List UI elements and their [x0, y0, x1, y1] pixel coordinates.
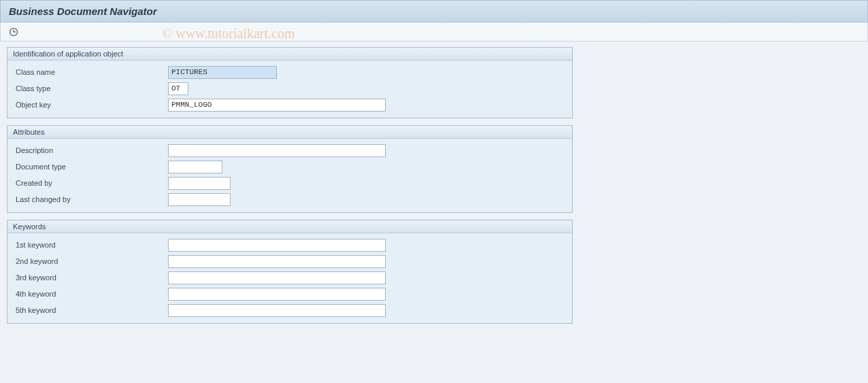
label-class-type: Class type: [13, 84, 168, 93]
label-kw1: 1st keyword: [13, 241, 168, 249]
input-description[interactable]: [168, 144, 386, 157]
group-identification: Identification of application object Cla…: [7, 47, 573, 118]
row-class-name: Class name: [13, 65, 567, 80]
row-last-changed-by: Last changed by: [13, 192, 567, 207]
content-area: Identification of application object Cla…: [0, 41, 868, 336]
input-object-key[interactable]: [168, 99, 386, 112]
input-kw3[interactable]: [168, 271, 386, 284]
input-class-name[interactable]: [168, 66, 277, 79]
input-kw2[interactable]: [168, 255, 386, 268]
group-identification-title: Identification of application object: [7, 48, 572, 61]
row-document-type: Document type: [13, 159, 567, 174]
app-toolbar: [0, 22, 868, 41]
group-attributes-title: Attributes: [7, 126, 572, 139]
label-last-changed-by: Last changed by: [13, 195, 168, 203]
execute-button[interactable]: [7, 26, 20, 38]
input-document-type[interactable]: [168, 161, 222, 173]
group-attributes: Attributes Description Document type Cre…: [7, 125, 573, 213]
execute-clock-icon: [9, 27, 18, 37]
row-kw2: 2nd keyword: [13, 254, 567, 269]
label-kw5: 5th keyword: [13, 306, 168, 314]
row-kw4: 4th keyword: [13, 286, 567, 301]
label-class-name: Class name: [13, 68, 168, 76]
input-created-by[interactable]: [168, 177, 231, 190]
group-keywords-body: 1st keyword 2nd keyword 3rd keyword 4th …: [7, 233, 572, 323]
label-kw4: 4th keyword: [13, 290, 168, 298]
group-keywords: Keywords 1st keyword 2nd keyword 3rd key…: [7, 220, 573, 324]
row-created-by: Created by: [13, 176, 567, 190]
row-kw3: 3rd keyword: [13, 270, 567, 285]
row-object-key: Object key: [13, 97, 567, 112]
label-document-type: Document type: [13, 163, 168, 171]
row-kw5: 5th keyword: [13, 303, 567, 318]
page-title-bar: Business Document Navigator: [0, 0, 868, 22]
row-class-type: Class type: [13, 81, 567, 96]
input-last-changed-by[interactable]: [168, 193, 231, 206]
input-kw4[interactable]: [168, 288, 386, 301]
row-kw1: 1st keyword: [13, 237, 567, 252]
label-created-by: Created by: [13, 179, 168, 187]
group-attributes-body: Description Document type Created by Las…: [7, 139, 572, 212]
group-identification-body: Class name Class type Object key: [7, 61, 572, 118]
label-kw2: 2nd keyword: [13, 257, 168, 265]
group-keywords-title: Keywords: [7, 220, 572, 233]
row-description: Description: [13, 143, 567, 158]
page-title: Business Document Navigator: [9, 5, 157, 17]
input-class-type[interactable]: [168, 82, 188, 95]
label-object-key: Object key: [13, 101, 168, 109]
input-kw1[interactable]: [168, 239, 386, 252]
input-kw5[interactable]: [168, 304, 386, 317]
label-description: Description: [13, 146, 168, 154]
label-kw3: 3rd keyword: [13, 273, 168, 282]
